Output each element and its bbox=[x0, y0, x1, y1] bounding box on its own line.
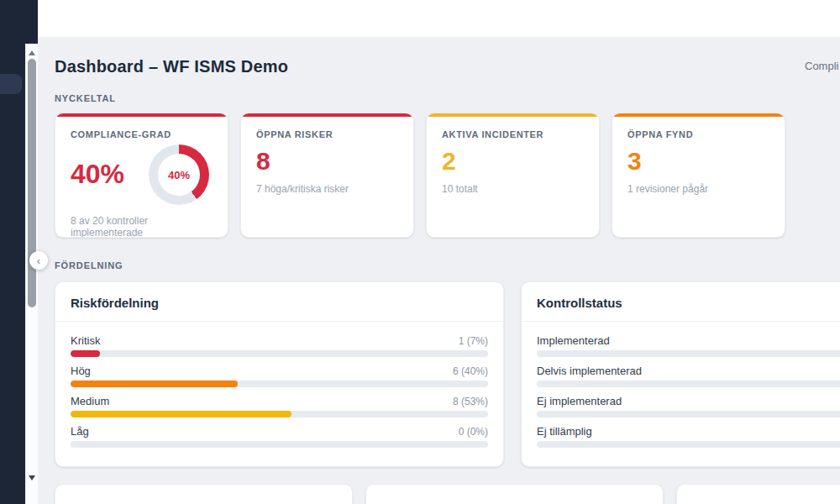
risk-value: 1 (7%) bbox=[459, 335, 488, 347]
section-label-fordelning: FÖRDELNING bbox=[55, 260, 840, 270]
risk-value: 0 (0%) bbox=[459, 426, 488, 438]
card-title: Kontrollstatus bbox=[522, 282, 840, 322]
control-label: Implementerad bbox=[537, 334, 610, 347]
risk-row-hog: Hög 6 (40%) bbox=[71, 365, 488, 387]
compliance-donut-chart: 40% bbox=[149, 144, 209, 205]
risk-label: Hög bbox=[71, 365, 91, 377]
progress-track bbox=[537, 350, 840, 357]
chevron-left-icon: ‹ bbox=[37, 255, 40, 266]
bottom-card-row bbox=[55, 484, 840, 504]
control-row-ej-tillamplig: Ej tillämplig bbox=[537, 425, 840, 448]
kpi-label: ÖPPNA RISKER bbox=[256, 129, 398, 139]
control-status-card: Kontrollstatus Implementerad Delvis impl… bbox=[521, 281, 840, 467]
page-title: Dashboard – WF ISMS Demo bbox=[55, 57, 840, 76]
donut-center-label: 40% bbox=[158, 154, 200, 196]
partial-card-3 bbox=[676, 484, 840, 504]
control-row-ej-implementerad: Ej implementerad bbox=[537, 395, 840, 417]
vertical-scrollbar[interactable] bbox=[26, 44, 38, 504]
control-label: Ej implementerad bbox=[537, 395, 622, 407]
kpi-label: ÖPPNA FYND bbox=[627, 129, 769, 139]
control-label: Ej tillämplig bbox=[537, 425, 592, 438]
progress-track bbox=[537, 441, 840, 448]
card-title: Riskfördelning bbox=[55, 282, 503, 322]
risk-row-lag: Låg 0 (0%) bbox=[71, 425, 488, 448]
risk-value: 6 (40%) bbox=[453, 365, 488, 377]
top-bar bbox=[38, 0, 840, 37]
progress-fill bbox=[71, 350, 100, 357]
kpi-card-compliance: COMPLIANCE-GRAD 40% 40% 8 av 20 kontroll… bbox=[55, 113, 228, 238]
scrollbar-thumb[interactable] bbox=[28, 59, 36, 307]
sidebar bbox=[0, 0, 25, 504]
kpi-subtext: 1 revisioner pågår bbox=[627, 183, 769, 195]
progress-track bbox=[71, 350, 488, 357]
kpi-card-open-risks: ÖPPNA RISKER 8 7 höga/kritiska risker bbox=[240, 113, 414, 238]
progress-track bbox=[71, 411, 488, 417]
kpi-value: 40% bbox=[71, 160, 124, 189]
kpi-subtext: 8 av 20 kontroller implementerade bbox=[71, 215, 213, 238]
risk-value: 8 (53%) bbox=[453, 396, 488, 407]
progress-track bbox=[537, 411, 840, 417]
kpi-subtext: 7 höga/kritiska risker bbox=[256, 183, 398, 195]
scroll-up-arrow-icon[interactable] bbox=[29, 50, 35, 55]
progress-track bbox=[71, 441, 488, 448]
risk-row-kritisk: Kritisk 1 (7%) bbox=[71, 334, 488, 357]
control-row-implementerad: Implementerad bbox=[537, 334, 840, 357]
section-label-nyckeltal: NYCKELTAL bbox=[55, 93, 840, 103]
control-row-delvis: Delvis implementerad bbox=[537, 365, 840, 387]
top-right-link[interactable]: Compli bbox=[805, 60, 838, 72]
risk-label: Kritisk bbox=[71, 334, 100, 347]
kpi-card-active-incidents: AKTIVA INCIDENTER 2 10 totalt bbox=[426, 113, 600, 238]
progress-track bbox=[537, 381, 840, 387]
sidebar-header-block bbox=[0, 0, 38, 44]
kpi-label: COMPLIANCE-GRAD bbox=[71, 129, 213, 139]
kpi-label: AKTIVA INCIDENTER bbox=[442, 129, 584, 139]
partial-card-2 bbox=[365, 484, 664, 504]
risk-distribution-card: Riskfördelning Kritisk 1 (7%) Hög 6 (40%… bbox=[55, 281, 504, 467]
kpi-value: 3 bbox=[627, 148, 769, 175]
risk-row-medium: Medium 8 (53%) bbox=[71, 395, 488, 417]
progress-fill bbox=[71, 381, 238, 387]
kpi-subtext: 10 totalt bbox=[442, 183, 584, 195]
kpi-card-open-findings: ÖPPNA FYND 3 1 revisioner pågår bbox=[612, 113, 785, 238]
progress-track bbox=[71, 381, 488, 387]
control-label: Delvis implementerad bbox=[537, 365, 642, 377]
kpi-card-row: COMPLIANCE-GRAD 40% 40% 8 av 20 kontroll… bbox=[55, 113, 840, 238]
sidebar-active-item[interactable] bbox=[0, 74, 22, 94]
main-content: Dashboard – WF ISMS Demo Compli NYCKELTA… bbox=[38, 37, 840, 504]
risk-label: Låg bbox=[71, 425, 89, 438]
partial-card-1 bbox=[55, 484, 353, 504]
sidebar-collapse-button[interactable]: ‹ bbox=[29, 251, 48, 270]
distribution-row: Riskfördelning Kritisk 1 (7%) Hög 6 (40%… bbox=[55, 281, 840, 467]
progress-fill bbox=[71, 411, 291, 417]
kpi-value: 8 bbox=[256, 148, 398, 175]
risk-label: Medium bbox=[71, 395, 109, 407]
kpi-value: 2 bbox=[442, 148, 584, 175]
scroll-down-arrow-icon[interactable] bbox=[29, 475, 35, 480]
